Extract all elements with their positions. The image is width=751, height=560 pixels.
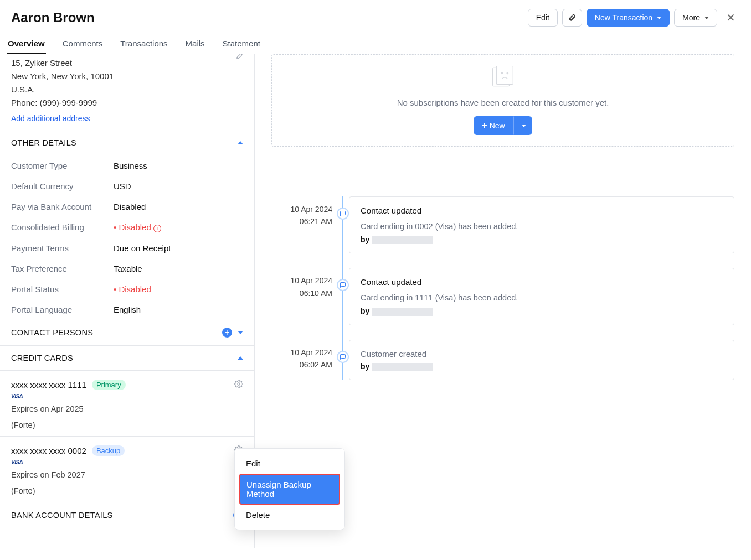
tab-mails[interactable]: Mails <box>184 33 206 54</box>
row-default-currency: Default Currency USD <box>0 176 254 196</box>
tabs: Overview Comments Transactions Mails Sta… <box>0 33 751 54</box>
timeline-dot-icon <box>337 279 349 291</box>
section-title: OTHER DETAILS <box>11 138 76 147</box>
paperclip-icon <box>568 13 576 22</box>
tab-transactions[interactable]: Transactions <box>119 33 168 54</box>
card-gateway: (Forte) <box>11 485 243 497</box>
subscription-empty-text: No subscriptions have been created for t… <box>397 98 609 107</box>
timeline-card: Contact updated Card ending in 0002 (Vis… <box>349 196 734 253</box>
row-customer-type: Customer Type Business <box>0 155 254 176</box>
page-title: Aaron Brown <box>11 10 95 25</box>
card-item: xxxx xxxx xxxx 1111 Primary VISA Expires… <box>0 371 254 437</box>
timeline-by: by <box>361 362 723 371</box>
timeline: 10 Apr 2024 06:21 AM Contact updated Car… <box>271 196 734 380</box>
row-payment-terms: Payment Terms Due on Receipt <box>0 238 254 258</box>
info-icon[interactable]: i <box>153 225 161 232</box>
add-contact-icon[interactable]: + <box>222 328 232 338</box>
timeline-title: Contact updated <box>361 277 723 287</box>
section-title: BANK ACCOUNT DETAILS <box>11 511 113 520</box>
timeline-title: Customer created <box>361 349 723 359</box>
card-gear-icon[interactable] <box>234 380 243 390</box>
timeline-by: by <box>361 307 723 315</box>
timeline-title: Contact updated <box>361 206 723 215</box>
card-brand: VISA <box>11 459 243 465</box>
row-consolidated-billing: Consolidated Billing Disabledi <box>0 217 254 238</box>
timeline-date: 10 Apr 2024 06:10 AM <box>271 274 332 299</box>
chevron-up-icon <box>238 356 243 360</box>
card-badge: Primary <box>92 380 126 390</box>
tab-statement[interactable]: Statement <box>222 33 261 54</box>
section-title: CREDIT CARDS <box>11 354 73 362</box>
timeline-item: 10 Apr 2024 06:02 AM Customer created by <box>349 340 734 380</box>
card-brand: VISA <box>11 393 243 400</box>
card-expires: Expires on Feb 2027 <box>11 469 243 481</box>
caret-down-icon <box>522 125 526 127</box>
more-label: More <box>682 13 700 22</box>
card-badge: Backup <box>92 445 125 456</box>
tab-overview[interactable]: Overview <box>7 33 46 54</box>
card-options-menu: Edit Unassign Backup Method Delete <box>234 448 345 530</box>
caret-down-icon <box>704 17 709 19</box>
timeline-card: Customer created by <box>349 340 734 380</box>
caret-down-icon <box>657 17 661 19</box>
redacted-user <box>372 236 433 244</box>
svg-point-5 <box>507 72 508 74</box>
menu-unassign-backup[interactable]: Unassign Backup Method <box>239 474 340 505</box>
more-button[interactable]: More <box>674 9 717 27</box>
sad-document-icon <box>489 66 517 88</box>
section-credit-cards[interactable]: CREDIT CARDS <box>0 346 254 371</box>
address-line1: 15, Zylker Street <box>11 56 243 70</box>
timeline-desc: Card ending in 0002 (Visa) has been adde… <box>361 222 723 231</box>
edit-address-icon[interactable] <box>235 54 243 64</box>
tab-comments[interactable]: Comments <box>61 33 104 54</box>
card-number: xxxx xxxx xxxx 1111 <box>11 380 86 390</box>
new-transaction-button[interactable]: New Transaction <box>587 9 670 27</box>
subscription-empty: No subscriptions have been created for t… <box>271 54 734 147</box>
timeline-item: 10 Apr 2024 06:10 AM Contact updated Car… <box>349 268 734 325</box>
add-address-link[interactable]: Add additional address <box>0 112 254 131</box>
timeline-item: 10 Apr 2024 06:21 AM Contact updated Car… <box>349 196 734 253</box>
attachment-button[interactable] <box>562 9 582 27</box>
address-block: 15, Zylker Street New York, New York, 10… <box>0 54 254 112</box>
section-title: CONTACT PERSONS <box>11 328 93 337</box>
new-subscription-dropdown[interactable] <box>513 116 532 135</box>
card-number: xxxx xxxx xxxx 0002 <box>11 446 86 455</box>
timeline-date: 10 Apr 2024 06:02 AM <box>271 346 332 371</box>
new-transaction-label: New Transaction <box>595 13 652 22</box>
timeline-dot-icon <box>337 208 349 220</box>
card-item: xxxx xxxx xxxx 0002 Backup VISA Expires … <box>0 437 254 502</box>
row-pay-via-bank: Pay via Bank Account Disabled <box>0 196 254 217</box>
card-expires: Expires on Apr 2025 <box>11 403 243 416</box>
svg-point-0 <box>238 383 240 385</box>
close-icon[interactable]: ✕ <box>722 9 740 27</box>
timeline-card: Contact updated Card ending in 1111 (Vis… <box>349 268 734 325</box>
redacted-user <box>372 308 433 316</box>
header-actions: Edit New Transaction More ✕ <box>528 9 740 27</box>
chevron-down-icon <box>238 331 243 334</box>
redacted-user <box>372 363 433 371</box>
section-bank-account[interactable]: BANK ACCOUNT DETAILS + <box>0 502 254 528</box>
card-gateway: (Forte) <box>11 419 243 432</box>
sidebar: 15, Zylker Street New York, New York, 10… <box>0 54 255 548</box>
timeline-by: by <box>361 235 723 244</box>
svg-rect-3 <box>496 66 513 84</box>
new-subscription-button[interactable]: + New <box>474 116 513 135</box>
chevron-up-icon <box>238 141 243 144</box>
timeline-date: 10 Apr 2024 06:21 AM <box>271 203 332 228</box>
row-tax-preference: Tax Preference Taxable <box>0 258 254 279</box>
timeline-dot-icon <box>337 351 349 363</box>
menu-delete[interactable]: Delete <box>239 505 340 525</box>
row-portal-status: Portal Status Disabled <box>0 279 254 299</box>
row-portal-language: Portal Language English <box>0 299 254 320</box>
edit-button[interactable]: Edit <box>528 9 558 27</box>
timeline-desc: Card ending in 1111 (Visa) has been adde… <box>361 293 723 302</box>
address-line3: U.S.A. <box>11 83 243 96</box>
section-other-details[interactable]: OTHER DETAILS <box>0 131 254 155</box>
address-line2: New York, New York, 10001 <box>11 70 243 83</box>
menu-edit[interactable]: Edit <box>239 453 340 474</box>
address-phone: Phone: (999)-999-9999 <box>11 96 243 110</box>
new-label: New <box>490 121 505 130</box>
svg-point-4 <box>501 72 503 74</box>
section-contact-persons[interactable]: CONTACT PERSONS + <box>0 320 254 346</box>
